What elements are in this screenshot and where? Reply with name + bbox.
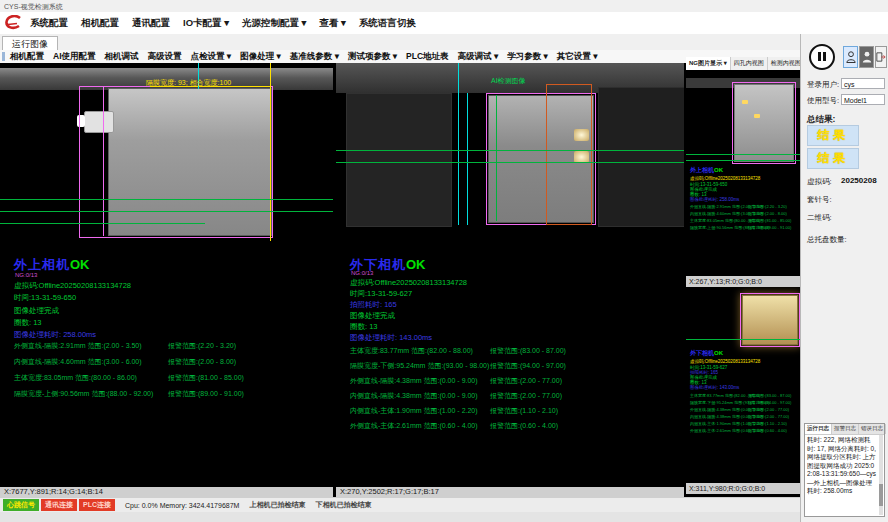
thumb-tab-four-hole-view[interactable]: 四孔内视图 — [731, 57, 768, 70]
app-window: CYS-视觉检测系统 系统配置 相机配置 通讯配置 IO卡配置 ▾ 光源控制配置… — [0, 0, 888, 522]
result-box-2: 结果 — [807, 148, 859, 169]
virtual-code-text: 虚拟码:Offline20250208133134728 — [690, 359, 760, 364]
alarm-range-text: 报警范围:(94.00 - 97.00) — [748, 400, 791, 405]
roi-rect-orange — [546, 84, 592, 225]
measure-line-cyan-1 — [458, 63, 459, 225]
tool-item-camera-debug[interactable]: 相机调试 — [105, 51, 139, 63]
camera-view-lower[interactable]: AI检测图像 外下相机OK NG:0/13 虚拟码:Offline2025020… — [336, 63, 684, 497]
measurement-text: 隔膜宽度-下侧:95.24mm 范围:(93.00 - 98.00) — [350, 361, 489, 371]
camera-name: 外上相机 — [14, 257, 70, 272]
toolbar-accent — [2, 52, 5, 61]
right-panel: 登录用户: cys 使用型号: Model1 总结果: 结果 结果 虚拟码: 2… — [800, 34, 888, 522]
tool-item-ai-config[interactable]: AI使用配置 — [53, 51, 96, 63]
process-done-text: 图像处理完成 — [350, 311, 395, 321]
ng-count-text: NG:0/13 — [15, 272, 37, 278]
tab-run-image[interactable]: 运行图像 — [2, 36, 58, 51]
alarm-range-text: 报警范围:(1.10 - 2.10) — [490, 406, 558, 416]
pause-button[interactable] — [809, 44, 835, 70]
logout-button[interactable] — [875, 46, 887, 68]
tool-item-spot-check[interactable]: 点检设置 ▾ — [191, 51, 232, 63]
model-field[interactable]: Model1 — [841, 94, 885, 105]
measurement-row: 主体宽度:83.77mm 范围:(82.00 - 88.00)报警范围:(83.… — [686, 393, 800, 399]
tool-item-advanced-settings[interactable]: 高级设置 — [148, 51, 182, 63]
measurement-row: 隔膜宽度-下侧:95.24mm 范围:(93.00 - 98.00)报警范围:(… — [686, 400, 800, 406]
alarm-range-text: 报警范围:(81.00 - 85.00) — [748, 218, 791, 223]
alarm-range-text: 报警范围:(2.00 - 77.00) — [748, 407, 789, 412]
measurement-text: 主体宽度:83.05mm 范围:(80.00 - 86.00) — [14, 373, 137, 383]
alarm-range-text: 报警范围:(2.00 - 8.00) — [168, 357, 236, 367]
tabstrip: 运行图像 — [0, 34, 800, 51]
measurement-text: 外侧直线-隔膜:4.38mm 范围:(0.00 - 9.00) — [350, 376, 478, 386]
alarm-range-text: 报警范围:(89.00 - 91.00) — [748, 225, 791, 230]
exit-door-icon — [876, 51, 886, 63]
tool-item-other-settings[interactable]: 其它设置 ▾ — [557, 51, 598, 63]
baseline-green-1 — [686, 154, 800, 155]
login-user-label: 登录用户: — [807, 80, 839, 90]
tool-item-learning-params[interactable]: 学习参数 ▾ — [507, 51, 548, 63]
measurement-row: 内侧直线-隔膜:4.38mm 范围:(0.00 - 9.00)报警范围:(2.0… — [686, 414, 800, 420]
app-logo-icon — [4, 15, 24, 31]
loop-count-text: 圈数: 13 — [14, 318, 42, 328]
result-ok-text: OK — [406, 257, 426, 272]
log-panel: 运行日志 报警日志 错误日志 耗时: 222, 网络检测耗时: 17, 网络分离… — [804, 423, 885, 517]
measurement-row: 主体宽度:83.05mm 范围:(80.00 - 86.00)报警范围:(81.… — [686, 218, 800, 224]
log-tab-error[interactable]: 错误日志 — [859, 424, 886, 434]
pixel-coord-bar: X:311,Y:980;R:0;G:0;B:0 — [686, 483, 800, 494]
user-login-button[interactable] — [843, 46, 858, 68]
baseline-green-3 — [0, 223, 205, 224]
window-title: CYS-视觉检测系统 — [4, 2, 63, 12]
camera-view-upper[interactable]: 隔膜宽度: 93; 相合宽度:100 外上相机OK NG:0/13 虚拟码:Of… — [0, 63, 333, 497]
tool-item-baseline-params[interactable]: 基准线参数 ▾ — [290, 51, 339, 63]
highlight-spot — [742, 100, 748, 104]
baseline-green-2 — [686, 160, 800, 161]
process-done-text: 图像处理完成 — [14, 306, 59, 316]
tool-item-camera-config[interactable]: 相机配置 — [10, 51, 44, 63]
alarm-range-text: 报警范围:(81.00 - 85.00) — [168, 373, 244, 383]
highlight-spot — [754, 114, 760, 118]
measurement-row: 外侧直线-主体:2.61mm 范围:(0.60 - 4.00) 报警范围:(0.… — [336, 421, 684, 433]
thumb-tab-ng-display[interactable]: NG图片显示 ▾ — [686, 57, 731, 70]
alarm-range-text: 报警范围:(1.10 - 2.10) — [748, 421, 787, 426]
user-switch-button[interactable] — [859, 46, 874, 68]
menu-item-light-config[interactable]: 光源控制配置 ▾ — [242, 17, 306, 30]
qr-code-label: 二维码: — [807, 213, 832, 223]
roi-rect-magenta — [79, 86, 273, 238]
heartbeat-badge: 心跳信号 — [3, 499, 39, 511]
plc-badge: PLC连接 — [79, 499, 115, 511]
log-tab-run[interactable]: 运行日志 — [805, 424, 832, 434]
shot-time-text: 拍照耗时: 165 — [350, 300, 397, 310]
pixel-coord-bar: X:267,Y:13;R:0;G:0;B:0 — [686, 276, 800, 287]
measurement-row: 外侧直线-隔膜:4.38mm 范围:(0.00 - 9.00) 报警范围:(2.… — [336, 376, 684, 388]
menu-item-io-config[interactable]: IO卡配置 ▾ — [183, 17, 229, 30]
alarm-range-text: 报警范围:(89.00 - 91.00) — [168, 389, 244, 399]
ng-count-text: NG:0/13 — [351, 270, 373, 276]
pixel-coord-bar: X:270,Y:2502;R:17;G:17;B:17 — [336, 487, 684, 497]
measurement-row: 主体宽度:83.77mm 范围:(82.00 - 88.00) 报警范围:(83… — [336, 346, 684, 358]
menu-item-comm-config[interactable]: 通讯配置 — [132, 17, 170, 30]
menu-item-system-config[interactable]: 系统配置 — [30, 17, 68, 30]
measurement-row: 外侧直线-主体:2.61mm 范围:(0.60 - 4.00)报警范围:(0.6… — [686, 428, 800, 434]
tool-item-image-processing[interactable]: 图像处理 ▾ — [240, 51, 281, 63]
thumbnail-view-lower[interactable]: 外下相机OK 虚拟码:Offline20250208133134728 时间:1… — [686, 287, 800, 494]
measurement-text: 隔膜宽度-上侧:90.56mm 范围:(88.00 - 92.00) — [14, 389, 153, 399]
log-scrollbar-thumb[interactable] — [879, 484, 883, 506]
thumbnail-view-upper[interactable]: 外上相机OK 虚拟码:Offline20250208133134728 时间:1… — [686, 70, 800, 287]
tool-item-test-params[interactable]: 测试项参数 ▾ — [348, 51, 397, 63]
process-time-text: 图像处理耗时: 258.00ms — [14, 330, 96, 340]
menu-item-language-switch[interactable]: 系统语言切换 — [359, 17, 416, 30]
login-user-field[interactable]: cys — [841, 78, 885, 89]
camera-result-title: 外上相机OK — [690, 166, 723, 175]
menu-item-view[interactable]: 查看 ▾ — [319, 17, 345, 30]
measurement-text: 主体宽度:83.77mm 范围:(82.00 - 88.00) — [350, 346, 473, 356]
tool-item-advanced-debug[interactable]: 高级调试 ▾ — [458, 51, 499, 63]
roi-line-magenta — [103, 86, 104, 236]
tool-item-plc-table[interactable]: PLC地址表 — [406, 51, 449, 63]
measurement-text: 内侧直线-主体:1.90mm 范围:(1.00 - 2.20) — [350, 406, 478, 416]
measurement-row: 内侧直线-隔膜:4.38mm 范围:(0.00 - 9.00) 报警范围:(2.… — [336, 391, 684, 403]
width-annotation: 隔膜宽度: 93; 相合宽度:100 — [146, 78, 231, 88]
baseline-green-1 — [0, 199, 333, 200]
log-tab-alarm[interactable]: 报警日志 — [832, 424, 859, 434]
measurement-row: 隔膜宽度-上侧:90.56mm 范围:(88.00 - 92.00) 报警范围:… — [0, 389, 333, 401]
menu-item-camera-config[interactable]: 相机配置 — [81, 17, 119, 30]
time-text: 时间:13-31-59-627 — [350, 289, 412, 299]
